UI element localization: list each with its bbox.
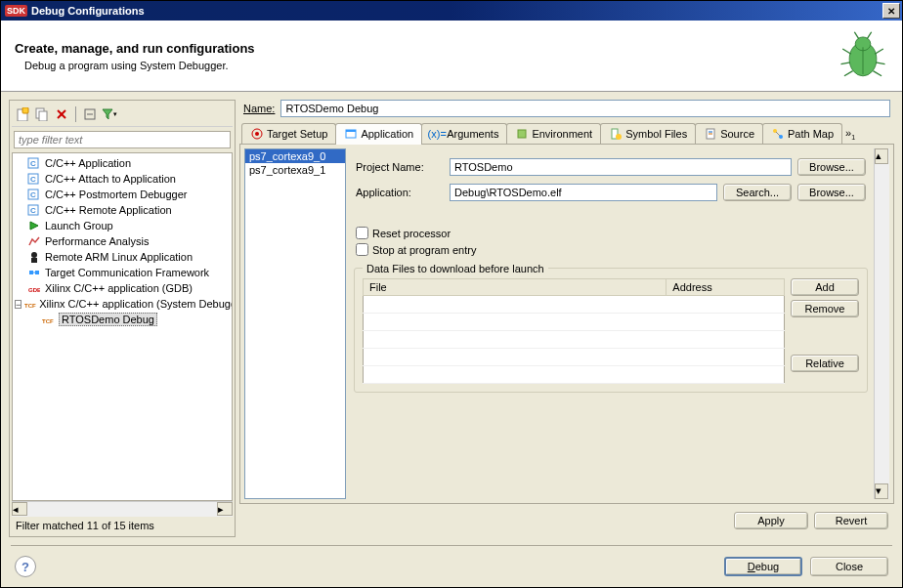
duplicate-config-button[interactable] — [33, 105, 51, 123]
svg-line-3 — [842, 49, 851, 54]
tab-arguments[interactable]: (x)=Arguments — [421, 123, 507, 144]
svg-text:GDB: GDB — [28, 287, 40, 293]
bug-icon — [838, 30, 888, 81]
close-button[interactable]: Close — [810, 557, 888, 576]
tab-path-map[interactable]: Path Map — [762, 123, 842, 144]
filter-button[interactable]: ▾ — [101, 105, 118, 123]
svg-point-27 — [31, 252, 37, 258]
svg-line-7 — [844, 71, 853, 76]
reset-processor-checkbox[interactable]: Reset processor — [352, 225, 870, 241]
revert-button[interactable]: Revert — [814, 512, 888, 529]
svg-text:C: C — [30, 159, 36, 168]
tree-toolbar: ▾ — [12, 103, 233, 127]
tree-h-scrollbar[interactable]: ◂ ▸ — [12, 501, 233, 517]
core-item[interactable]: ps7_cortexa9_1 — [245, 163, 345, 177]
tab-source[interactable]: Source — [695, 123, 763, 144]
relative-button[interactable]: Relative — [791, 355, 859, 372]
application-input[interactable] — [450, 184, 717, 201]
tree-item[interactable]: CC/C++ Attach to Application — [13, 171, 232, 187]
stop-at-entry-checkbox[interactable]: Stop at program entry — [352, 241, 870, 258]
add-file-button[interactable]: Add — [791, 278, 859, 296]
tab-content: ps7_cortexa9_0 ps7_cortexa9_1 Project Na… — [239, 145, 894, 504]
table-row[interactable] — [364, 314, 785, 331]
tree-item[interactable]: Launch Group — [13, 218, 232, 233]
window-close-button[interactable]: ✕ — [882, 3, 900, 19]
delete-config-button[interactable] — [53, 105, 70, 123]
header-subtitle: Debug a program using System Debugger. — [24, 60, 838, 71]
tree-item[interactable]: GDBXilinx C/C++ application (GDB) — [13, 280, 232, 296]
new-config-button[interactable] — [14, 105, 31, 123]
tree-item[interactable]: CC/C++ Postmortem Debugger — [13, 187, 232, 202]
scroll-up-button[interactable]: ▴ — [875, 148, 888, 164]
table-row[interactable] — [364, 296, 785, 314]
core-item[interactable]: ps7_cortexa9_0 — [245, 149, 345, 163]
application-search-button[interactable]: Search... — [723, 184, 792, 201]
svg-point-40 — [616, 134, 622, 140]
header-title: Create, manage, and run configurations — [15, 41, 838, 56]
project-browse-button[interactable]: Browse... — [797, 158, 866, 176]
svg-rect-37 — [346, 130, 356, 132]
config-tree[interactable]: CC/C++ Application CC/C++ Attach to Appl… — [12, 152, 233, 501]
tabs: Target Setup Application (x)=Arguments E… — [239, 123, 894, 145]
table-row[interactable] — [364, 349, 785, 366]
svg-line-46 — [776, 132, 780, 136]
svg-text:C: C — [30, 175, 36, 184]
svg-line-10 — [867, 32, 871, 39]
filter-input[interactable] — [14, 131, 231, 148]
project-name-input[interactable] — [450, 158, 792, 176]
scroll-left-button[interactable]: ◂ — [12, 502, 27, 516]
svg-line-4 — [875, 49, 883, 54]
tree-item[interactable]: CC/C++ Application — [13, 155, 232, 171]
svg-rect-14 — [39, 111, 47, 121]
config-tree-panel: ▾ CC/C++ Application CC/C++ Attach to Ap… — [9, 100, 236, 537]
project-name-label: Project Name: — [356, 161, 444, 173]
application-label: Application: — [356, 187, 444, 198]
stop-at-entry-input[interactable] — [356, 243, 368, 256]
tab-symbol-files[interactable]: Symbol Files — [600, 123, 696, 144]
remove-file-button[interactable]: Remove — [791, 300, 859, 317]
tree-item-selected[interactable]: TCFRTOSDemo Debug — [13, 312, 232, 327]
form-v-scrollbar[interactable]: ▴ ▾ — [874, 148, 889, 499]
tab-application[interactable]: Application — [335, 123, 422, 144]
header: Create, manage, and run configurations D… — [1, 21, 902, 92]
svg-line-9 — [854, 32, 858, 39]
table-row[interactable] — [364, 366, 785, 384]
tab-target-setup[interactable]: Target Setup — [241, 123, 336, 144]
table-row[interactable] — [364, 331, 785, 349]
tree-item[interactable]: Remote ARM Linux Application — [13, 249, 232, 265]
sdk-icon: SDK — [5, 5, 27, 17]
svg-rect-12 — [22, 107, 28, 113]
scroll-right-button[interactable]: ▸ — [217, 502, 233, 516]
tabs-overflow-button[interactable]: »1 — [841, 124, 859, 144]
tree-item[interactable]: CC/C++ Remote Application — [13, 202, 232, 218]
dialog-buttons: ? Debug Close — [1, 546, 902, 587]
col-address[interactable]: Address — [666, 279, 785, 296]
window-titlebar: SDK Debug Configurations ✕ — [1, 1, 902, 21]
debug-button[interactable]: Debug — [724, 557, 802, 576]
svg-rect-29 — [35, 271, 39, 274]
tree-item[interactable]: Performance Analysis — [13, 233, 232, 249]
svg-line-8 — [873, 71, 882, 76]
name-input[interactable] — [280, 100, 890, 117]
svg-text:TCF: TCF — [24, 303, 36, 309]
svg-text:C: C — [30, 206, 36, 215]
filter-status: Filter matched 11 of 15 items — [12, 517, 233, 534]
data-files-table[interactable]: File Address — [363, 278, 785, 384]
col-file[interactable]: File — [364, 279, 666, 296]
tree-item[interactable]: Target Communication Framework — [13, 265, 232, 280]
svg-rect-38 — [518, 130, 526, 138]
help-button[interactable]: ? — [15, 556, 36, 577]
svg-line-6 — [876, 63, 885, 64]
application-form: Project Name: Browse... Application: Sea… — [352, 148, 874, 499]
scroll-down-button[interactable]: ▾ — [875, 483, 888, 499]
reset-processor-input[interactable] — [356, 227, 368, 239]
svg-text:C: C — [30, 190, 36, 199]
tab-environment[interactable]: Environment — [506, 123, 601, 144]
svg-text:TCF: TCF — [42, 318, 54, 324]
application-browse-button[interactable]: Browse... — [797, 184, 866, 201]
core-list[interactable]: ps7_cortexa9_0 ps7_cortexa9_1 — [244, 148, 346, 499]
apply-button[interactable]: Apply — [734, 512, 808, 529]
config-editor: Name: Target Setup Application (x)=Argum… — [239, 100, 894, 537]
tree-item[interactable]: −TCFXilinx C/C++ application (System Deb… — [13, 296, 232, 312]
collapse-all-button[interactable] — [81, 105, 99, 123]
